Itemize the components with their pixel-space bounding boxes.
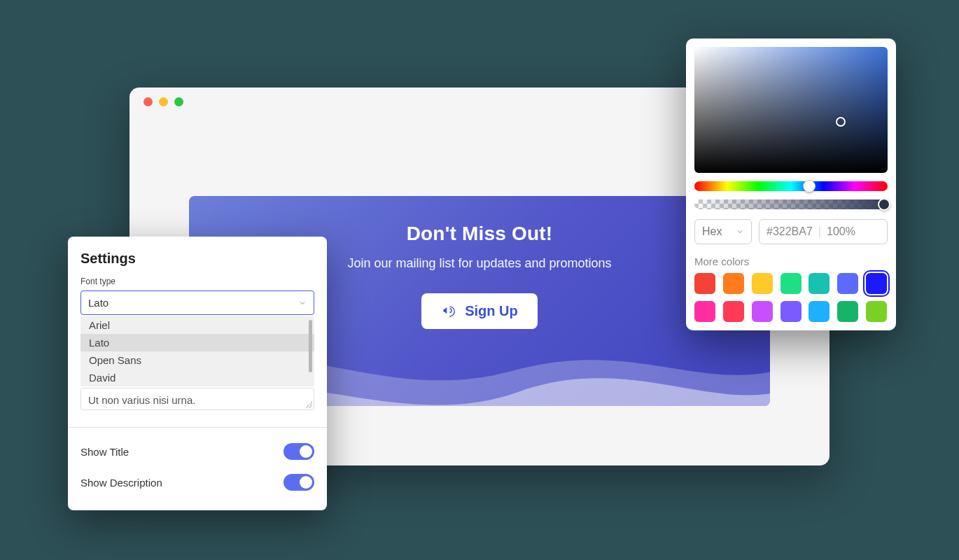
color-swatch[interactable] [808,301,830,322]
color-swatch[interactable] [866,273,887,294]
color-swatch[interactable] [780,301,802,322]
color-swatch[interactable] [780,273,802,294]
color-swatch[interactable] [694,301,715,322]
color-swatch[interactable] [723,273,744,294]
swatch-grid [694,273,888,322]
show-title-row: Show Title [80,436,314,467]
color-swatch[interactable] [866,301,887,322]
more-colors-label: More colors [694,255,888,267]
font-type-value: Lato [88,297,108,309]
font-option-lato[interactable]: Lato [80,334,314,351]
hue-slider[interactable] [694,181,888,191]
color-format-select[interactable]: Hex [694,219,752,244]
font-type-dropdown[interactable]: Ariel Lato Open Sans David [80,316,314,386]
show-description-label: Show Description [80,477,162,489]
alpha-slider-handle[interactable] [878,198,890,211]
color-swatch[interactable] [723,301,744,322]
color-format-label: Hex [702,225,722,238]
color-swatch[interactable] [752,273,773,294]
textarea-value: Ut non varius nisi urna. [88,394,195,406]
settings-heading: Settings [80,251,314,267]
description-textarea[interactable]: Ut non varius nisi urna. [80,388,314,410]
gradient-cursor[interactable] [836,117,846,127]
font-type-label: Font type [80,276,314,286]
alpha-slider[interactable] [694,200,888,209]
chevron-down-icon [736,227,744,236]
color-picker-panel: Hex #322BA7 | 100% More colors [686,38,896,330]
close-window-dot[interactable] [144,97,153,106]
hue-slider-handle[interactable] [803,180,816,192]
font-option-ariel[interactable]: Ariel [80,316,314,334]
hex-code: #322BA7 [766,225,813,238]
maximize-window-dot[interactable] [174,97,183,106]
font-option-david[interactable]: David [80,369,314,386]
show-title-toggle[interactable] [284,443,314,460]
color-gradient-field[interactable] [694,47,888,173]
settings-panel: Settings Font type Lato Ariel Lato Open … [68,237,327,510]
opacity-value: 100% [827,225,855,238]
color-swatch[interactable] [837,273,858,294]
minimize-window-dot[interactable] [159,97,168,106]
hex-input[interactable]: #322BA7 | 100% [759,219,888,244]
show-title-label: Show Title [80,446,129,458]
show-description-toggle[interactable] [284,474,314,491]
megaphone-icon [441,304,456,319]
font-type-select[interactable]: Lato [80,290,314,315]
sign-up-label: Sign Up [465,303,518,319]
font-option-open-sans[interactable]: Open Sans [80,351,314,369]
separator: | [818,225,821,238]
divider [68,427,327,428]
color-swatch[interactable] [694,273,715,294]
color-swatch[interactable] [752,301,773,322]
color-swatch[interactable] [808,273,830,294]
show-description-row: Show Description [80,467,314,498]
chevron-down-icon [298,299,307,307]
color-swatch[interactable] [837,301,858,322]
